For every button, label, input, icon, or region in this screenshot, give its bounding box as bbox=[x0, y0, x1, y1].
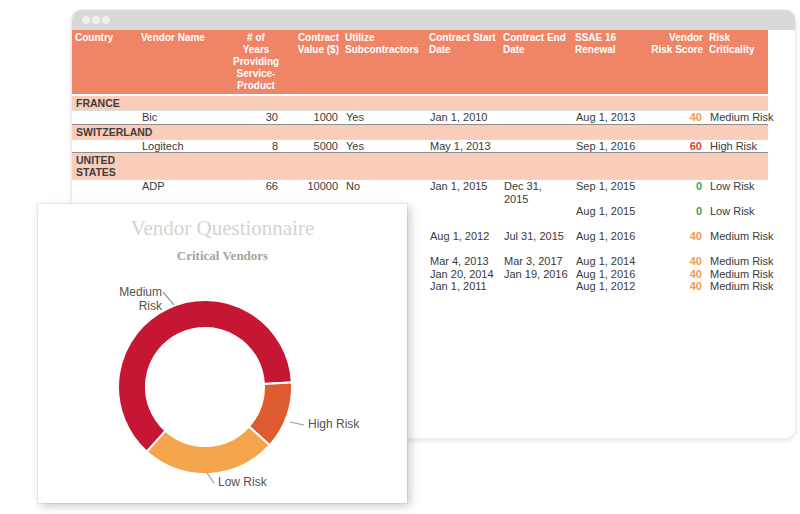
high-risk-callout-line bbox=[290, 422, 304, 425]
cell-score: 0 bbox=[648, 205, 706, 230]
risk-score-value: 40 bbox=[690, 111, 702, 123]
column-header-ssae-16-renewal[interactable]: SSAE 16 Renewal bbox=[572, 30, 648, 95]
risk-score-value: 0 bbox=[696, 205, 702, 217]
cell-ssae: Sep 1, 2015 bbox=[572, 180, 648, 206]
column-header-vendor-risk-score[interactable]: Vendor Risk Score bbox=[648, 30, 706, 95]
table-row[interactable]: ADP6610000NoJan 1, 2015Dec 31, 2015Sep 1… bbox=[72, 180, 768, 206]
table-row[interactable]: Logitech85000YesMay 1, 2013Sep 1, 201660… bbox=[72, 139, 768, 153]
cell-ssae: Aug 1, 2016 bbox=[572, 268, 648, 281]
chart-label-low-risk: Low Risk bbox=[218, 475, 267, 489]
cell-score: 40 bbox=[648, 280, 706, 293]
cell-years: 66 bbox=[230, 180, 282, 206]
vendor-questionnaire-card: Vendor Questionnaire Critical Vendors Me… bbox=[38, 204, 407, 503]
cell-vendor: ADP bbox=[138, 180, 230, 206]
cell-country bbox=[72, 139, 138, 153]
cell-ssae: Sep 1, 2016 bbox=[572, 139, 648, 153]
cell-start: Mar 4, 2013 bbox=[426, 255, 500, 268]
cell-years: 30 bbox=[230, 111, 282, 125]
chart-label-medium-risk: Medium Risk bbox=[94, 285, 162, 313]
cell-subcontractors: Yes bbox=[342, 111, 426, 125]
cell-score: 60 bbox=[648, 139, 706, 153]
chart-subtitle: Critical Vendors bbox=[38, 248, 407, 264]
cell-ssae: Aug 1, 2016 bbox=[572, 230, 648, 255]
cell-criticality: Medium Risk bbox=[706, 230, 768, 255]
cell-ssae: Aug 1, 2013 bbox=[572, 111, 648, 125]
cell-criticality: Medium Risk bbox=[706, 111, 768, 125]
cell-vendor: Bic bbox=[138, 111, 230, 125]
cell-criticality: Medium Risk bbox=[706, 280, 768, 293]
country-group-label: SWITZERLAND bbox=[76, 126, 134, 138]
country-group-label: UNITED STATES bbox=[76, 154, 134, 178]
cell-subcontractors: No bbox=[342, 180, 426, 206]
window-control-dot-icon[interactable] bbox=[92, 16, 100, 24]
column-header-risk-criticality[interactable]: Risk Criticality bbox=[706, 30, 768, 95]
cell-start: Jan 1, 2015 bbox=[426, 180, 500, 206]
cell-end: Jan 19, 2016 bbox=[500, 268, 572, 281]
risk-score-value: 0 bbox=[696, 180, 702, 192]
risk-score-value: 40 bbox=[690, 268, 702, 280]
cell-criticality: Medium Risk bbox=[706, 268, 768, 281]
cell-end bbox=[500, 205, 572, 230]
column-header-contract-start-date[interactable]: Contract Start Date bbox=[426, 30, 500, 95]
table-row[interactable]: Bic301000YesJan 1, 2010Aug 1, 201340Medi… bbox=[72, 111, 768, 125]
cell-ssae: Aug 1, 2015 bbox=[572, 205, 648, 230]
cell-country bbox=[72, 180, 138, 206]
cell-start: Jan 1, 2011 bbox=[426, 280, 500, 293]
cell-end bbox=[500, 139, 572, 153]
country-group-row[interactable]: FRANCE bbox=[72, 95, 768, 111]
column-header-of-years-providing-service-product[interactable]: # of Years Providing Service-Product bbox=[230, 30, 282, 95]
cell-end bbox=[500, 280, 572, 293]
country-group-row[interactable]: UNITED STATES bbox=[72, 153, 768, 180]
cell-criticality: Medium Risk bbox=[706, 255, 768, 268]
cell-value: 5000 bbox=[282, 139, 342, 153]
window-control-dot-icon[interactable] bbox=[82, 16, 90, 24]
cell-score: 40 bbox=[648, 268, 706, 281]
cell-score: 40 bbox=[648, 230, 706, 255]
cell-ssae: Aug 1, 2014 bbox=[572, 255, 648, 268]
risk-score-value: 40 bbox=[690, 255, 702, 267]
table-header-row: CountryVendor Name# of Years Providing S… bbox=[72, 30, 768, 95]
cell-ssae: Aug 1, 2012 bbox=[572, 280, 648, 293]
medium-risk-callout-line bbox=[163, 292, 174, 305]
cell-start: Jan 20, 2014 bbox=[426, 268, 500, 281]
column-header-contract-end-date[interactable]: Contract End Date bbox=[500, 30, 572, 95]
risk-score-value: 40 bbox=[690, 280, 702, 292]
cell-end: Dec 31, 2015 bbox=[500, 180, 572, 206]
cell-start: Jan 1, 2010 bbox=[426, 111, 500, 125]
cell-start: May 1, 2013 bbox=[426, 139, 500, 153]
window-control-dot-icon[interactable] bbox=[102, 16, 110, 24]
chart-label-high-risk: High Risk bbox=[308, 417, 359, 431]
cell-years: 8 bbox=[230, 139, 282, 153]
cell-vendor: Logitech bbox=[138, 139, 230, 153]
cell-score: 0 bbox=[648, 180, 706, 206]
cell-end bbox=[500, 111, 572, 125]
cell-score: 40 bbox=[648, 255, 706, 268]
column-header-contract-value[interactable]: Contract Value ($) bbox=[282, 30, 342, 95]
cell-criticality: Low Risk bbox=[706, 205, 768, 230]
cell-value: 10000 bbox=[282, 180, 342, 206]
cell-subcontractors: Yes bbox=[342, 139, 426, 153]
column-header-country[interactable]: Country bbox=[72, 30, 138, 95]
risk-score-value: 40 bbox=[690, 230, 702, 242]
risk-score-value: 60 bbox=[690, 140, 702, 152]
cell-country bbox=[72, 111, 138, 125]
cell-start bbox=[426, 205, 500, 230]
chart-title: Vendor Questionnaire bbox=[38, 216, 407, 241]
cell-end: Mar 3, 2017 bbox=[500, 255, 572, 268]
cell-start: Aug 1, 2012 bbox=[426, 230, 500, 255]
column-header-vendor-name[interactable]: Vendor Name bbox=[138, 30, 230, 95]
country-group-label: FRANCE bbox=[76, 97, 134, 109]
cell-score: 40 bbox=[648, 111, 706, 125]
cell-criticality: Low Risk bbox=[706, 180, 768, 206]
cell-criticality: High Risk bbox=[706, 139, 768, 153]
cell-value: 1000 bbox=[282, 111, 342, 125]
column-header-utilize-subcontractors[interactable]: Utilize Subcontractors bbox=[342, 30, 426, 95]
country-group-row[interactable]: SWITZERLAND bbox=[72, 124, 768, 139]
window-titlebar bbox=[72, 10, 795, 30]
low-risk-segment[interactable] bbox=[147, 427, 270, 475]
cell-end: Jul 31, 2015 bbox=[500, 230, 572, 255]
